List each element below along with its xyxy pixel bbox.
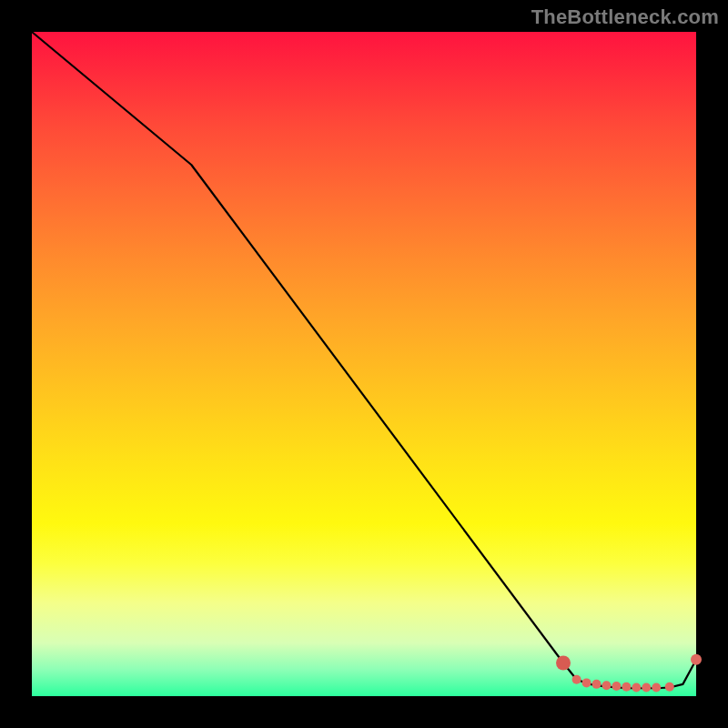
svg-point-6 — [622, 682, 631, 692]
svg-point-0 — [556, 656, 571, 671]
svg-point-7 — [632, 683, 641, 693]
svg-point-5 — [612, 682, 621, 691]
chart-line — [32, 32, 696, 688]
chart-frame: TheBottleneck.com — [0, 0, 728, 728]
svg-point-10 — [665, 682, 674, 692]
svg-point-9 — [652, 683, 661, 693]
svg-point-11 — [691, 654, 702, 665]
chart-overlay — [32, 32, 696, 696]
svg-point-2 — [582, 678, 592, 687]
svg-point-8 — [642, 683, 651, 693]
svg-point-3 — [592, 680, 602, 689]
svg-point-1 — [572, 675, 581, 684]
watermark-text: TheBottleneck.com — [531, 5, 719, 29]
svg-point-4 — [602, 681, 611, 690]
chart-markers — [556, 654, 702, 693]
